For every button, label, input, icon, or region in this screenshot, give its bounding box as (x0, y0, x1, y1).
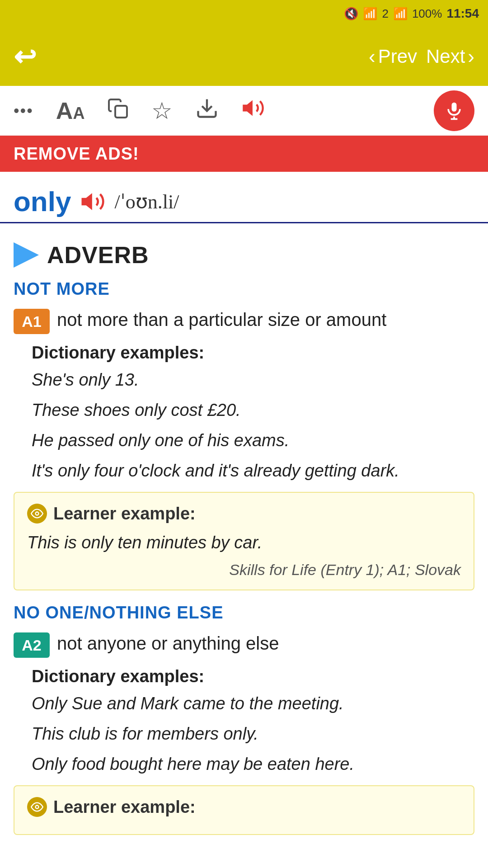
section-not-more: NOT MORE A1 not more than a particular s… (14, 279, 474, 590)
download-icon[interactable] (195, 96, 219, 125)
pos-label: ADVERB (47, 241, 149, 269)
font-size-icon[interactable]: AA (56, 97, 85, 124)
svg-rect-0 (115, 106, 127, 118)
time-label: 11:54 (446, 6, 479, 21)
level-badge-a2: A2 (14, 632, 50, 658)
main-content: ADVERB NOT MORE A1 not more than a parti… (0, 223, 488, 857)
definition-a2: not anyone or anything else (57, 631, 474, 656)
word-header: only /ˈoʊn.li/ (0, 172, 488, 223)
learner-eye-icon-1 (27, 504, 47, 524)
copy-icon[interactable] (107, 98, 129, 124)
learner-example-text-1: This is only ten minutes by car. (27, 530, 461, 556)
section-title-2: NO ONE/NOTHING ELSE (14, 603, 474, 623)
level-badge-a1: A1 (14, 309, 50, 334)
learner-header-2: Learner example: (27, 797, 461, 817)
sim-icon: 2 (382, 7, 388, 21)
svg-point-7 (36, 512, 39, 515)
example-2-3: Only food bought here may be eaten here. (32, 751, 474, 777)
word-sound-button[interactable] (80, 189, 105, 214)
example-2-1: Only Sue and Mark came to the meeting. (32, 691, 474, 717)
top-navigation: ↩ ‹ Prev Next › (0, 27, 488, 86)
definition-row-a2: A2 not anyone or anything else (14, 631, 474, 658)
example-1-4: It's only four o'clock and it's already … (32, 458, 474, 484)
toolbar: ••• AA ☆ (0, 86, 488, 136)
wifi-icon: 📶 (363, 7, 377, 21)
learner-eye-icon-2 (27, 797, 47, 817)
learner-label-2: Learner example: (53, 797, 196, 817)
learner-source-1: Skills for Life (Entry 1); A1; Slovak (27, 561, 461, 579)
prev-label: Prev (378, 46, 417, 67)
back-button[interactable]: ↩ (14, 41, 36, 72)
signal-icon: 📶 (393, 7, 408, 21)
example-1-3: He passed only one of his exams. (32, 428, 474, 453)
word-title: only (14, 185, 71, 217)
svg-rect-3 (452, 102, 457, 111)
svg-point-8 (36, 806, 39, 809)
ad-banner[interactable]: REMOVE ADS! (0, 136, 488, 172)
examples-label-1: Dictionary examples: (32, 343, 474, 363)
prev-next-nav: ‹ Prev Next › (369, 45, 474, 68)
next-label: Next (426, 46, 465, 67)
section-no-one: NO ONE/NOTHING ELSE A2 not anyone or any… (14, 603, 474, 835)
phonetic-text: /ˈoʊn.li/ (114, 190, 179, 213)
section-title-1: NOT MORE (14, 279, 474, 299)
bookmark-star-icon[interactable]: ☆ (151, 97, 173, 124)
next-button[interactable]: Next › (426, 45, 474, 68)
pos-header: ADVERB (14, 241, 474, 269)
learner-label-1: Learner example: (53, 504, 196, 524)
example-1-1: She's only 13. (32, 367, 474, 393)
definition-row-a1: A1 not more than a particular size or am… (14, 307, 474, 334)
svg-marker-2 (244, 101, 253, 115)
svg-marker-6 (82, 194, 92, 209)
examples-label-2: Dictionary examples: (32, 667, 474, 686)
mic-button[interactable] (434, 90, 474, 131)
chevron-right-icon: › (468, 45, 474, 68)
pos-play-icon (14, 242, 39, 268)
example-2-2: This club is for members only. (32, 721, 474, 747)
more-options-icon[interactable]: ••• (14, 101, 33, 120)
mute-icon: 🔇 (344, 7, 358, 21)
learner-box-2: Learner example: (14, 785, 474, 835)
battery-label: 100% (412, 7, 442, 21)
chevron-left-icon: ‹ (369, 45, 375, 68)
example-1-2: These shoes only cost £20. (32, 397, 474, 423)
learner-header-1: Learner example: (27, 504, 461, 524)
ad-banner-text: REMOVE ADS! (14, 144, 139, 164)
definition-a1: not more than a particular size or amoun… (57, 307, 474, 332)
speaker-icon[interactable] (241, 96, 265, 125)
status-bar: 🔇 📶 2 📶 100% 11:54 (0, 0, 488, 27)
learner-box-1: Learner example: This is only ten minute… (14, 492, 474, 590)
status-icons: 🔇 📶 2 📶 100% 11:54 (344, 6, 479, 21)
prev-button[interactable]: ‹ Prev (369, 45, 417, 68)
